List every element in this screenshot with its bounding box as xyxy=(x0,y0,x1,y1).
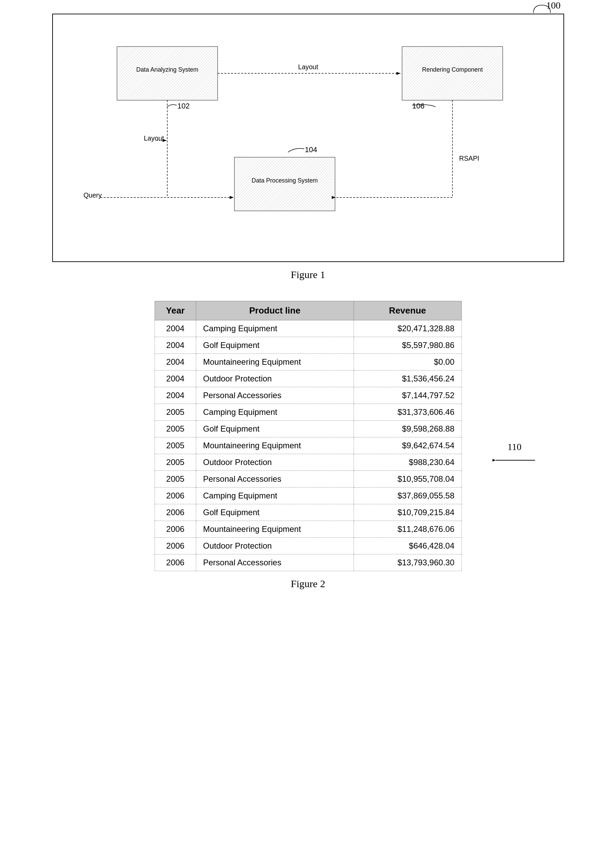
cell-year: 2004 xyxy=(155,320,196,337)
figure2-table-wrapper: Year Product line Revenue 2004Camping Eq… xyxy=(155,301,462,571)
table-row: 2004Camping Equipment$20,471,328.88 xyxy=(155,320,461,337)
table-row: 2004Outdoor Protection$1,536,456.24 xyxy=(155,371,461,387)
cell-product-line: Personal Accessories xyxy=(196,387,354,404)
ref-110-group: 110 xyxy=(493,442,537,465)
ref-110-label: 110 xyxy=(507,442,522,453)
cell-year: 2004 xyxy=(155,354,196,371)
svg-rect-7 xyxy=(234,157,335,211)
svg-text:106: 106 xyxy=(412,102,424,110)
table-row: 2005Outdoor Protection$988,230.64 xyxy=(155,454,461,471)
figure1-caption: Figure 1 xyxy=(291,269,325,280)
cell-year: 2004 xyxy=(155,387,196,404)
col-header-revenue: Revenue xyxy=(354,301,461,320)
cell-product-line: Personal Accessories xyxy=(196,554,354,571)
cell-revenue: $0.00 xyxy=(354,354,461,371)
table-row: 2006Camping Equipment$37,869,055.58 xyxy=(155,488,461,504)
cell-revenue: $10,709,215.84 xyxy=(354,504,461,521)
figure2-caption: Figure 2 xyxy=(291,578,325,590)
table-row: 2004Golf Equipment$5,597,980.86 xyxy=(155,337,461,354)
col-header-product-line: Product line xyxy=(196,301,354,320)
svg-text:Layout: Layout xyxy=(298,63,319,71)
figure1-section: 100 Data Analyzing System Re xyxy=(20,14,596,280)
cell-year: 2006 xyxy=(155,521,196,538)
cell-revenue: $31,373,606.46 xyxy=(354,404,461,421)
cell-revenue: $13,793,960.30 xyxy=(354,554,461,571)
table-row: 2005Mountaineering Equipment$9,642,674.5… xyxy=(155,437,461,454)
ref-110-arrow xyxy=(493,455,537,465)
cell-revenue: $5,597,980.86 xyxy=(354,337,461,354)
cell-year: 2005 xyxy=(155,454,196,471)
cell-revenue: $37,869,055.58 xyxy=(354,488,461,504)
cell-revenue: $1,536,456.24 xyxy=(354,371,461,387)
cell-year: 2005 xyxy=(155,437,196,454)
cell-year: 2006 xyxy=(155,538,196,554)
cell-revenue: $11,248,676.06 xyxy=(354,521,461,538)
cell-product-line: Camping Equipment xyxy=(196,488,354,504)
cell-product-line: Camping Equipment xyxy=(196,404,354,421)
cell-year: 2005 xyxy=(155,404,196,421)
cell-product-line: Outdoor Protection xyxy=(196,454,354,471)
cell-product-line: Mountaineering Equipment xyxy=(196,521,354,538)
table-row: 2004Mountaineering Equipment$0.00 xyxy=(155,354,461,371)
figure1-outer-box: Data Analyzing System Rendering Componen… xyxy=(52,14,564,262)
cell-revenue: $646,428.04 xyxy=(354,538,461,554)
table-row: 2006Golf Equipment$10,709,215.84 xyxy=(155,504,461,521)
svg-text:104: 104 xyxy=(305,145,317,154)
cell-product-line: Mountaineering Equipment xyxy=(196,354,354,371)
cell-year: 2006 xyxy=(155,554,196,571)
cell-year: 2006 xyxy=(155,488,196,504)
svg-rect-5 xyxy=(402,46,503,100)
table-row: 2005Camping Equipment$31,373,606.46 xyxy=(155,404,461,421)
table-row: 2004Personal Accessories$7,144,797.52 xyxy=(155,387,461,404)
ref-100-bracket xyxy=(532,3,552,14)
cell-year: 2006 xyxy=(155,504,196,521)
svg-text:102: 102 xyxy=(177,102,189,110)
figure2-section: Year Product line Revenue 2004Camping Eq… xyxy=(20,301,596,590)
col-header-year: Year xyxy=(155,301,196,320)
figure1-diagram: Data Analyzing System Rendering Componen… xyxy=(73,28,543,240)
cell-product-line: Mountaineering Equipment xyxy=(196,437,354,454)
cell-year: 2004 xyxy=(155,337,196,354)
svg-text:Data Processing System: Data Processing System xyxy=(251,177,318,184)
table-row: 2005Personal Accessories$10,955,708.04 xyxy=(155,471,461,488)
cell-product-line: Camping Equipment xyxy=(196,320,354,337)
cell-product-line: Golf Equipment xyxy=(196,504,354,521)
svg-text:Layout: Layout xyxy=(144,134,164,142)
svg-text:Query: Query xyxy=(83,191,102,199)
cell-revenue: $20,471,328.88 xyxy=(354,320,461,337)
cell-product-line: Golf Equipment xyxy=(196,337,354,354)
data-table: Year Product line Revenue 2004Camping Eq… xyxy=(155,301,462,571)
cell-revenue: $10,955,708.04 xyxy=(354,471,461,488)
cell-revenue: $988,230.64 xyxy=(354,454,461,471)
cell-product-line: Personal Accessories xyxy=(196,471,354,488)
cell-year: 2004 xyxy=(155,371,196,387)
svg-text:RSAPI: RSAPI xyxy=(459,154,479,162)
cell-revenue: $9,598,268.88 xyxy=(354,421,461,437)
cell-product-line: Outdoor Protection xyxy=(196,371,354,387)
table-row: 2006Personal Accessories$13,793,960.30 xyxy=(155,554,461,571)
svg-text:Rendering Component: Rendering Component xyxy=(422,66,482,73)
cell-year: 2005 xyxy=(155,421,196,437)
cell-revenue: $9,642,674.54 xyxy=(354,437,461,454)
cell-revenue: $7,144,797.52 xyxy=(354,387,461,404)
svg-text:Data Analyzing System: Data Analyzing System xyxy=(136,66,198,73)
cell-year: 2005 xyxy=(155,471,196,488)
table-row: 2005Golf Equipment$9,598,268.88 xyxy=(155,421,461,437)
cell-product-line: Outdoor Protection xyxy=(196,538,354,554)
cell-product-line: Golf Equipment xyxy=(196,421,354,437)
table-row: 2006Outdoor Protection$646,428.04 xyxy=(155,538,461,554)
table-row: 2006Mountaineering Equipment$11,248,676.… xyxy=(155,521,461,538)
svg-rect-3 xyxy=(117,46,217,100)
